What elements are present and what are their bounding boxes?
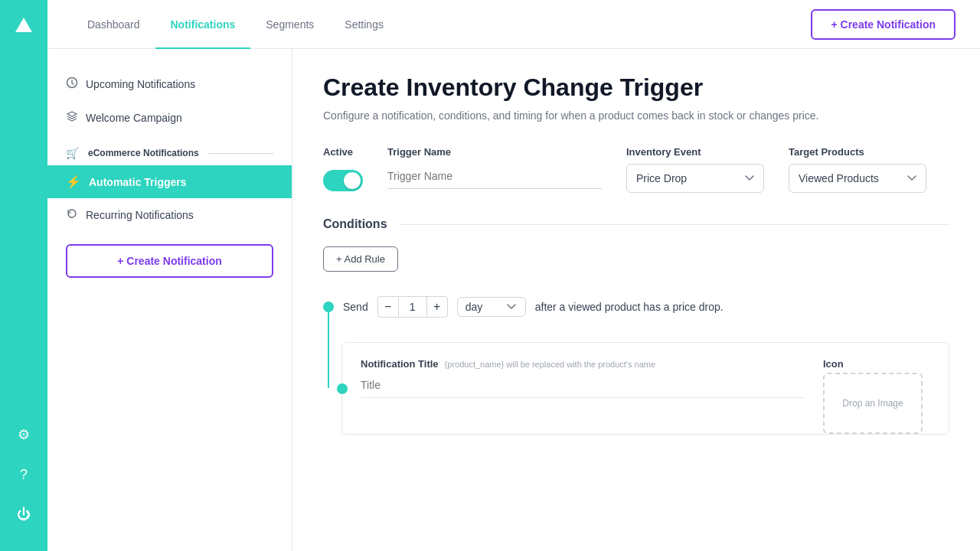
logo-icon[interactable] <box>10 12 38 40</box>
tab-dashboard[interactable]: Dashboard <box>72 1 155 49</box>
tab-notifications[interactable]: Notifications <box>155 1 251 49</box>
recurring-label: Recurring Notifications <box>86 209 194 221</box>
page-subtitle: Configure a notification, conditions, an… <box>323 109 949 122</box>
sidebar: ⚙ ? ⏻ <box>0 0 47 551</box>
inventory-event-label: Inventory Event <box>626 146 764 158</box>
main-wrapper: Dashboard Notifications Segments Setting… <box>47 0 980 551</box>
time-unit-select[interactable]: day <box>457 297 526 317</box>
target-products-group: Target Products Viewed Products <box>789 146 926 193</box>
conditions-title: Conditions <box>323 217 387 231</box>
top-nav: Dashboard Notifications Segments Setting… <box>47 0 980 49</box>
icon-drop-area[interactable]: Drop an Image <box>823 373 923 434</box>
conditions-line <box>400 224 949 225</box>
target-products-label: Target Products <box>789 146 926 158</box>
trigger-name-group: Trigger Name <box>387 146 602 189</box>
timeline-dot-bottom <box>337 383 348 394</box>
ecommerce-divider: 🛒 eCommerce Notifications <box>47 135 292 165</box>
add-rule-button[interactable]: + Add Rule <box>323 246 398 272</box>
send-label: Send <box>343 301 368 313</box>
active-toggle[interactable] <box>323 170 363 191</box>
cart-icon: 🛒 <box>66 147 79 159</box>
form-row: Active Trigger Name Inventory Event Pric… <box>323 146 949 193</box>
settings-icon[interactable]: ⚙ <box>11 422 36 447</box>
icon-label: Icon <box>823 358 930 370</box>
timeline-line <box>328 311 329 388</box>
sidebar-item-automatic[interactable]: ⚡ Automatic Triggers <box>47 165 292 198</box>
top-create-notification-button[interactable]: + Create Notification <box>811 9 956 40</box>
ecommerce-label: eCommerce Notifications <box>88 148 199 158</box>
tab-settings[interactable]: Settings <box>329 1 399 49</box>
active-label: Active <box>323 146 363 158</box>
refresh-icon <box>66 207 78 223</box>
counter-group: − 1 + <box>377 296 448 318</box>
increment-button[interactable]: + <box>426 296 448 318</box>
counter-value: 1 <box>399 296 426 318</box>
notification-title-hint: {product_name} will be replaced with the… <box>445 360 655 369</box>
automatic-label: Automatic Triggers <box>89 176 187 188</box>
clock-icon <box>66 77 78 92</box>
send-section: Send − 1 + day after a viewed product ha… <box>323 296 949 318</box>
layers-icon <box>66 110 78 126</box>
svg-marker-0 <box>15 18 32 32</box>
notif-section-top: Notification Title {product_name} will b… <box>342 343 949 434</box>
trigger-name-input[interactable] <box>387 164 602 189</box>
conditions-header: Conditions <box>323 217 949 231</box>
welcome-label: Welcome Campaign <box>86 112 182 124</box>
sidebar-item-recurring[interactable]: Recurring Notifications <box>47 198 292 232</box>
timeline-dot-top <box>323 302 334 312</box>
sidebar-item-welcome[interactable]: Welcome Campaign <box>47 101 292 135</box>
divider-line <box>208 153 273 154</box>
tab-segments[interactable]: Segments <box>250 1 329 49</box>
right-content: Create Inventory Change Trigger Configur… <box>292 49 980 551</box>
target-products-select[interactable]: Viewed Products <box>789 164 926 193</box>
toggle-knob <box>344 172 361 189</box>
upcoming-label: Upcoming Notifications <box>86 78 195 90</box>
active-toggle-wrapper: Active <box>323 146 363 191</box>
power-icon[interactable]: ⏻ <box>11 502 36 527</box>
notification-section: Notification Title {product_name} will b… <box>341 342 949 435</box>
bolt-icon: ⚡ <box>66 174 81 189</box>
inventory-event-select[interactable]: Price Drop <box>626 164 764 193</box>
notification-title-label: Notification Title {product_name} will b… <box>361 358 805 370</box>
decrement-button[interactable]: − <box>377 296 399 318</box>
content-layout: Upcoming Notifications Welcome Campaign … <box>47 49 980 551</box>
panel-create-notification-button[interactable]: + Create Notification <box>66 244 273 278</box>
help-icon[interactable]: ? <box>11 462 36 487</box>
notification-title-field: Notification Title {product_name} will b… <box>361 358 805 434</box>
inventory-event-group: Inventory Event Price Drop <box>626 146 764 193</box>
page-title: Create Inventory Change Trigger <box>323 73 949 102</box>
nav-tabs: Dashboard Notifications Segments Setting… <box>72 0 399 48</box>
sidebar-item-upcoming[interactable]: Upcoming Notifications <box>47 67 292 101</box>
trigger-name-label: Trigger Name <box>387 146 602 158</box>
icon-section: Icon Drop an Image <box>823 358 930 434</box>
left-panel: Upcoming Notifications Welcome Campaign … <box>47 49 292 551</box>
notification-title-input[interactable] <box>361 373 805 398</box>
send-after-text: after a viewed product has a price drop. <box>535 301 724 313</box>
